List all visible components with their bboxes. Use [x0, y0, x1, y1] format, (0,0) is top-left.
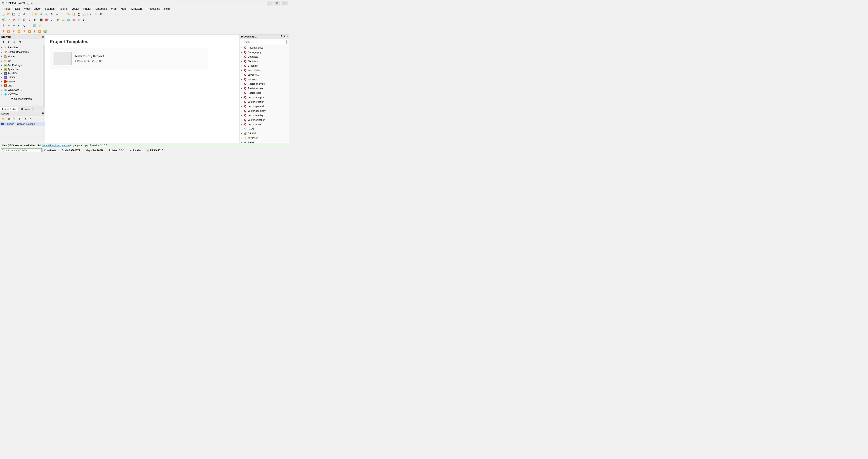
- tb3-2[interactable]: ✏: [6, 24, 11, 28]
- proc-item-vector-geometry[interactable]: ▶ Q Vector geometry: [240, 108, 289, 113]
- menu-web[interactable]: Web: [109, 7, 118, 11]
- browser-filter-btn[interactable]: 🔍: [12, 39, 17, 44]
- tb2-9[interactable]: 🔴: [44, 18, 49, 23]
- menu-processing[interactable]: Processing: [145, 7, 162, 11]
- tb-digitize[interactable]: ✏: [93, 12, 98, 17]
- minimize-button[interactable]: ─: [267, 1, 273, 5]
- tb3-6[interactable]: ↔: [27, 24, 32, 28]
- layers-open-btn[interactable]: 📂: [1, 116, 6, 121]
- tb-save[interactable]: 💾: [11, 12, 16, 17]
- browser-item-home[interactable]: ▶ 🏠 Home: [0, 54, 43, 59]
- layers-down-btn[interactable]: ⬇: [23, 116, 28, 121]
- tb-undo[interactable]: ↩: [27, 12, 32, 17]
- browser-item-c[interactable]: ▶ 📁 C:\: [0, 59, 43, 63]
- tb3-3[interactable]: ✂: [11, 24, 16, 28]
- tb4-2[interactable]: 🔽: [6, 29, 11, 34]
- tb-zoom-full[interactable]: ⊕: [49, 12, 54, 17]
- status-link[interactable]: https://download.qgis.org: [42, 144, 70, 147]
- tb3-4[interactable]: ⛏: [17, 24, 22, 28]
- tab-browser[interactable]: Browser: [19, 107, 33, 111]
- tb2-layout[interactable]: 📰: [76, 18, 81, 23]
- proc-close-icon[interactable]: ✕: [286, 35, 288, 38]
- layer-item-edificios[interactable]: Edificios_Publicos_Rosario: [0, 122, 45, 126]
- proc-item-layer-tools[interactable]: ▶ Q Layer to...: [240, 72, 289, 77]
- tb3-5[interactable]: ⊕: [22, 24, 27, 28]
- layers-collapse-icon[interactable]: ⊟: [41, 112, 43, 115]
- browser-item-xyz[interactable]: ▼ 🌐 XYZ Tiles: [0, 92, 43, 97]
- maximize-button[interactable]: □: [274, 1, 280, 5]
- menu-layer[interactable]: Layer: [32, 7, 42, 11]
- tb-save-as[interactable]: 💾: [17, 12, 22, 17]
- proc-item-file-tools[interactable]: ▶ Q File tools: [240, 59, 289, 63]
- tb2-stop[interactable]: ⊗: [71, 18, 76, 23]
- browser-item-wms[interactable]: ▶ 🌐 WMS/WMTS: [0, 88, 43, 92]
- browser-item-spatialite[interactable]: ▶ S SpatiaLite: [0, 67, 43, 71]
- tab-layer-order[interactable]: Layer Order: [0, 107, 19, 111]
- close-button[interactable]: ✕: [281, 1, 287, 5]
- proc-item-raster-analysis[interactable]: ▶ Q Raster analysis: [240, 81, 289, 86]
- menu-view[interactable]: View: [22, 7, 32, 11]
- tb-measure[interactable]: 📏: [66, 12, 71, 17]
- tb2-5[interactable]: ⊞: [22, 18, 27, 23]
- tb-add-layer[interactable]: +: [88, 12, 93, 17]
- tb-refresh[interactable]: ⟳: [98, 12, 103, 17]
- tb4-5[interactable]: 📍: [22, 29, 27, 34]
- proc-item-database[interactable]: ▶ Q Database: [240, 55, 289, 59]
- proc-gear-icon[interactable]: ⚙: [283, 35, 285, 38]
- proc-item-gdal[interactable]: ▶ 🔧 GDAL: [240, 127, 289, 131]
- proc-item-recently[interactable]: ▶ Q Recently used: [240, 45, 289, 50]
- tb4-grass[interactable]: 🌿: [42, 29, 48, 34]
- browser-item-favorites[interactable]: ▶ ★ Favorites: [0, 45, 43, 50]
- tb2-python[interactable]: 🐍: [61, 18, 66, 23]
- tb-open[interactable]: 📂: [6, 12, 11, 17]
- locate-input[interactable]: [1, 148, 41, 153]
- tb4-7[interactable]: 📍: [32, 29, 37, 34]
- menu-mmqgis[interactable]: MMQGIS: [129, 7, 145, 11]
- tb2-2[interactable]: ✂: [6, 18, 11, 23]
- browser-item-bookmarks[interactable]: ▶ 📌 Spatial Bookmarks: [0, 50, 43, 54]
- tb-stat[interactable]: 📊: [82, 12, 87, 17]
- browser-refresh-btn[interactable]: ⟳: [6, 39, 11, 44]
- browser-item-osm[interactable]: 🗺 OpenStreetMap: [0, 97, 43, 101]
- layers-up-btn[interactable]: ⬆: [17, 116, 22, 121]
- browser-scrollbar[interactable]: [43, 45, 45, 106]
- render-checkbox[interactable]: ✔: [130, 149, 132, 152]
- tb-zoom-in[interactable]: 🔍: [39, 12, 43, 17]
- tb2-grass[interactable]: G: [56, 18, 61, 23]
- tb2-1[interactable]: 🌿: [1, 18, 6, 23]
- proc-item-vector-selection[interactable]: ▶ Q Vector selection: [240, 118, 289, 122]
- tb2-more[interactable]: ▸: [82, 18, 87, 23]
- tb4-6[interactable]: 🔽: [27, 29, 32, 34]
- proc-item-raster-terrain[interactable]: ▶ Q Raster terrain: [240, 86, 289, 91]
- tb4-1[interactable]: 📍: [1, 29, 6, 34]
- layers-remove-btn[interactable]: ✕: [28, 116, 33, 121]
- tb-print[interactable]: 🖨: [22, 12, 27, 17]
- proc-item-cartography[interactable]: ▶ Q Cartography: [240, 50, 289, 55]
- tb2-4[interactable]: 🔗: [17, 18, 22, 23]
- proc-item-vector-table[interactable]: ▶ Q Vector table: [240, 122, 289, 127]
- tb3-1[interactable]: 📍: [1, 24, 6, 28]
- menu-raster[interactable]: Raster: [82, 7, 93, 11]
- browser-collapse-btn[interactable]: ⊟: [17, 39, 22, 44]
- menu-database[interactable]: Database: [94, 7, 109, 11]
- proc-item-vector-creation[interactable]: ▶ Q Vector creation: [240, 100, 289, 104]
- browser-collapse-icon[interactable]: ⊟: [41, 35, 43, 38]
- menu-help[interactable]: Help: [162, 7, 172, 11]
- proc-item-raster-tools[interactable]: ▶ Q Raster tools: [240, 91, 289, 95]
- tb-pan[interactable]: ✋: [33, 12, 38, 17]
- tb2-10[interactable]: ⚙: [49, 18, 54, 23]
- tb-field-calc[interactable]: ∑: [76, 12, 81, 17]
- proc-item-saga[interactable]: ▶ ◈ SAGA: [240, 140, 289, 143]
- tb2-8[interactable]: ⬛: [39, 18, 43, 23]
- browser-item-postgis[interactable]: ▶ P PostGIS: [0, 71, 43, 75]
- proc-item-network[interactable]: ▶ Q Network...: [240, 77, 289, 81]
- tb-select[interactable]: ▭: [54, 12, 59, 17]
- tb2-7[interactable]: ↻: [32, 18, 37, 23]
- tb3-8[interactable]: ⚡: [37, 24, 42, 28]
- tb4-4[interactable]: 🔽: [17, 29, 22, 34]
- proc-item-interpolation[interactable]: ▶ Q Interpolation: [240, 68, 289, 72]
- tb-attr-table[interactable]: 📋: [71, 12, 76, 17]
- menu-mesh[interactable]: Mesh: [119, 7, 129, 11]
- browser-item-db2[interactable]: ▶ DB DB2: [0, 84, 43, 88]
- tb3-7[interactable]: 🔄: [32, 24, 37, 28]
